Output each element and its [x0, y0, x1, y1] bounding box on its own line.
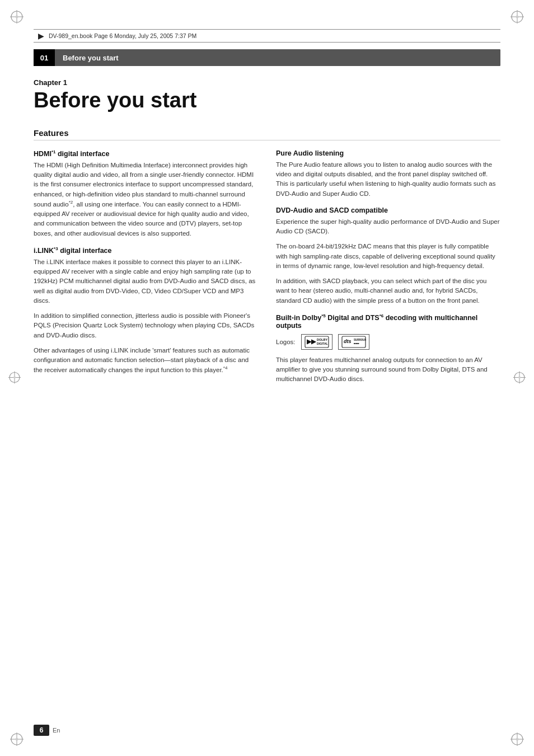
ilink-text3: Other advantages of using i.LINK include… [34, 346, 258, 375]
dolby-digital-logo: ▶▶ DOLBY DIGITAL [301, 334, 332, 350]
svg-point-15 [516, 738, 519, 741]
features-heading: Features [34, 128, 500, 140]
logos-label: Logos: [276, 339, 296, 345]
corner-mark-tl [6, 6, 28, 28]
file-info-bar: ▶ DV-989_en.book Page 6 Monday, July 25,… [34, 29, 500, 43]
svg-text:SURROUND: SURROUND [354, 339, 366, 341]
ilink-heading: i.LINK*3 digital interface [34, 246, 258, 255]
svg-point-3 [16, 16, 18, 18]
ilink-text1: The i.LINK interface makes it possible t… [34, 257, 258, 306]
dvd-audio-heading: DVD-Audio and SACD compatible [276, 206, 500, 214]
dts-logo: dts SURROUND ■■■■ [338, 334, 369, 350]
dvd-audio-text3: In addition, with SACD playback, you can… [276, 276, 500, 306]
chapter-label: Chapter 1 [34, 78, 500, 87]
chapter-header-band: 01 Before you start [34, 49, 500, 66]
two-column-layout: HDMI*1 digital interface The HDMI (High … [34, 149, 500, 390]
page: ▶ DV-989_en.book Page 6 Monday, July 25,… [0, 0, 534, 756]
svg-point-23 [518, 376, 521, 378]
chapter-header-title: Before you start [63, 54, 119, 62]
logos-row: Logos: ▶▶ DOLBY DIGITAL [276, 334, 500, 350]
chapter-big-title: Before you start [34, 89, 500, 112]
svg-text:■■■■: ■■■■ [354, 342, 359, 345]
svg-text:▶▶: ▶▶ [307, 338, 317, 345]
file-info-text: DV-989_en.book Page 6 Monday, July 25, 2… [49, 32, 196, 39]
right-column: Pure Audio listening The Pure Audio feat… [276, 149, 500, 390]
corner-mark-br [506, 728, 528, 750]
page-footer: 6 En [34, 725, 60, 736]
chapter-number-box: 01 [34, 49, 55, 66]
arrow-icon: ▶ [38, 31, 44, 40]
svg-point-11 [16, 738, 18, 741]
svg-point-19 [13, 376, 16, 378]
hdmi-text: The HDMI (High Definition Multimedia Int… [34, 161, 258, 238]
corner-mark-tr [506, 6, 528, 28]
side-mark-right [512, 369, 527, 387]
svg-text:dts: dts [344, 339, 352, 344]
svg-text:DOLBY: DOLBY [317, 338, 328, 341]
svg-text:DIGITAL: DIGITAL [317, 342, 328, 345]
dvd-audio-text1: Experience the super high-quality audio … [276, 217, 500, 237]
dolby-dts-heading: Built-in Dolby*5 Digital and DTS*6 decod… [276, 313, 500, 330]
chapter-title-band: Before you start [55, 49, 500, 66]
page-language: En [53, 727, 60, 734]
page-number: 6 [34, 725, 49, 736]
dvd-audio-text2: The on-board 24-bit/192kHz DAC means tha… [276, 242, 500, 271]
dolby-dts-text: This player features multichannel analog… [276, 355, 500, 384]
corner-mark-bl [6, 728, 28, 750]
side-mark-left [7, 369, 22, 387]
main-content: Chapter 1 Before you start Features HDMI… [34, 78, 500, 711]
pure-audio-text: The Pure Audio feature allows you to lis… [276, 160, 500, 199]
pure-audio-heading: Pure Audio listening [276, 149, 500, 157]
chapter-number: 01 [40, 54, 48, 62]
ilink-text2: In addition to simplified connection, ji… [34, 311, 258, 340]
svg-point-7 [516, 16, 519, 18]
left-column: HDMI*1 digital interface The HDMI (High … [34, 149, 258, 390]
hdmi-heading: HDMI*1 digital interface [34, 149, 258, 158]
